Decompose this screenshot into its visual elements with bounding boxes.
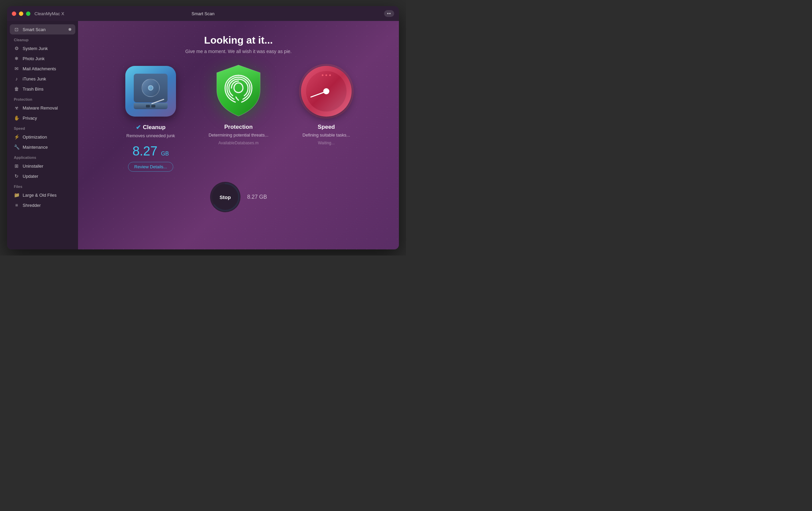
sidebar-item-mail-attachments[interactable]: ✉ Mail Attachments	[10, 64, 75, 74]
protection-title-text: Protection	[224, 124, 253, 130]
gauge-inner	[306, 71, 347, 112]
protection-card: Protection Determining potential threats…	[198, 64, 279, 146]
mail-icon: ✉	[14, 66, 19, 71]
hdd-port-2	[151, 105, 155, 107]
smart-scan-badge	[69, 28, 71, 31]
sidebar-item-privacy[interactable]: ✋ Privacy	[10, 113, 75, 123]
more-dots-icon: ••	[387, 11, 391, 16]
updater-label: Updater	[23, 174, 38, 179]
updater-icon: ↻	[14, 173, 19, 179]
sidebar-item-shredder[interactable]: ≡ Shredder	[10, 200, 75, 210]
sidebar-item-updater[interactable]: ↻ Updater	[10, 171, 75, 181]
maximize-button[interactable]	[26, 11, 30, 16]
cleanup-card: ✔ Cleanup Removes unneeded junk 8.27 GB …	[110, 64, 191, 172]
scan-size-label: 8.27 GB	[247, 194, 267, 200]
protection-shield-icon	[211, 63, 265, 120]
gauge-dot-2	[326, 74, 327, 76]
sidebar-section-files: Files	[7, 181, 78, 190]
protection-icon-wrap	[211, 64, 265, 118]
system-junk-label: System Junk	[23, 46, 48, 51]
gauge-dots	[322, 74, 331, 76]
files-icon: 📁	[14, 192, 19, 198]
hdd-center	[148, 85, 153, 91]
itunes-icon: ♪	[14, 76, 19, 81]
uninstaller-label: Uninstaller	[23, 164, 43, 169]
close-button[interactable]	[12, 11, 16, 16]
trash-icon: 🗑	[14, 86, 19, 92]
sidebar-item-large-old-files[interactable]: 📁 Large & Old Files	[10, 190, 75, 200]
sidebar-item-uninstaller[interactable]: ⊞ Uninstaller	[10, 161, 75, 171]
privacy-icon: ✋	[14, 115, 19, 121]
app-title: CleanMyMac X	[34, 11, 64, 16]
gauge-dot-1	[322, 74, 324, 76]
cleanup-card-title: ✔ Cleanup	[136, 124, 166, 131]
cleanup-size-unit: GB	[161, 151, 169, 156]
cleanup-title-text: Cleanup	[143, 124, 166, 131]
sidebar: ⊡ Smart Scan Cleanup ⚙ System Junk ❄ Pho…	[7, 21, 78, 249]
smart-scan-icon: ⊡	[14, 27, 19, 32]
cards-container: ✔ Cleanup Removes unneeded junk 8.27 GB …	[110, 64, 367, 172]
speed-sub-status: Waiting...	[318, 141, 335, 146]
progress-ring-wrap: Stop	[210, 182, 240, 212]
hdd-body	[134, 74, 168, 102]
hdd-port-1	[146, 105, 150, 107]
cleanup-icon-wrap	[124, 64, 178, 118]
cleanup-checkmark-icon: ✔	[136, 124, 141, 131]
protection-card-title: Protection	[224, 124, 253, 130]
sidebar-item-optimization[interactable]: ⚡ Optimization	[10, 132, 75, 142]
gauge-center-dot	[323, 88, 329, 94]
smart-scan-label: Smart Scan	[23, 27, 46, 32]
more-options-button[interactable]: ••	[384, 10, 394, 17]
window-title: Smart Scan	[192, 11, 214, 16]
sidebar-section-protection: Protection	[7, 94, 78, 103]
minimize-button[interactable]	[19, 11, 23, 16]
photo-junk-label: Photo Junk	[23, 56, 45, 61]
protection-status: Determining potential threats...	[208, 132, 268, 139]
bottom-bar: Stop 8.27 GB	[210, 182, 267, 212]
stop-button[interactable]: Stop	[210, 182, 240, 212]
privacy-label: Privacy	[23, 116, 37, 121]
titlebar-right: ••	[384, 10, 394, 17]
gauge-dot-3	[329, 74, 331, 76]
sidebar-item-photo-junk[interactable]: ❄ Photo Junk	[10, 53, 75, 64]
malware-removal-label: Malware Removal	[23, 105, 58, 111]
protection-sub-status: AvailableDatabases.m	[218, 141, 258, 146]
speed-title-text: Speed	[318, 124, 335, 130]
titlebar: CleanMyMac X Smart Scan ••	[7, 6, 399, 21]
speed-icon-wrap	[299, 64, 353, 118]
sidebar-item-maintenance[interactable]: 🔧 Maintenance	[10, 142, 75, 152]
content-area: ⊡ Smart Scan Cleanup ⚙ System Junk ❄ Pho…	[7, 21, 399, 249]
main-content: Looking at it... Give me a moment. We al…	[78, 21, 399, 249]
cleanup-status: Removes unneeded junk	[126, 133, 175, 139]
sidebar-item-trash-bins[interactable]: 🗑 Trash Bins	[10, 84, 75, 94]
photo-junk-icon: ❄	[14, 56, 19, 61]
maintenance-icon: 🔧	[14, 144, 19, 150]
review-details-button[interactable]: Review Details...	[128, 162, 174, 172]
hdd-platter	[142, 79, 160, 97]
optimization-label: Optimization	[23, 135, 47, 140]
itunes-junk-label: iTunes Junk	[23, 76, 46, 81]
trash-bins-label: Trash Bins	[23, 87, 44, 92]
sidebar-section-speed: Speed	[7, 123, 78, 132]
sidebar-item-smart-scan[interactable]: ⊡ Smart Scan	[10, 24, 75, 34]
optimization-icon: ⚡	[14, 134, 19, 140]
sidebar-item-itunes-junk[interactable]: ♪ iTunes Junk	[10, 74, 75, 84]
mail-attachments-label: Mail Attachments	[23, 66, 56, 71]
uninstaller-icon: ⊞	[14, 163, 19, 169]
window-controls	[12, 11, 30, 16]
cleanup-size: 8.27 GB	[132, 144, 169, 159]
speed-gauge-icon	[301, 66, 352, 117]
sidebar-section-cleanup: Cleanup	[7, 34, 78, 43]
cleanup-icon	[125, 66, 176, 117]
malware-icon: ☣	[14, 105, 19, 111]
main-title: Looking at it...	[204, 34, 273, 46]
app-window: CleanMyMac X Smart Scan •• ⊡ Smart Scan …	[7, 6, 399, 249]
sidebar-item-system-junk[interactable]: ⚙ System Junk	[10, 43, 75, 53]
sidebar-section-applications: Applications	[7, 152, 78, 161]
speed-card-title: Speed	[318, 124, 335, 130]
cleanup-size-value: 8.27	[132, 144, 157, 158]
large-old-files-label: Large & Old Files	[23, 193, 56, 198]
speed-card: Speed Defining suitable tasks... Waiting…	[286, 64, 367, 146]
sidebar-item-malware-removal[interactable]: ☣ Malware Removal	[10, 103, 75, 113]
shredder-label: Shredder	[23, 203, 41, 208]
